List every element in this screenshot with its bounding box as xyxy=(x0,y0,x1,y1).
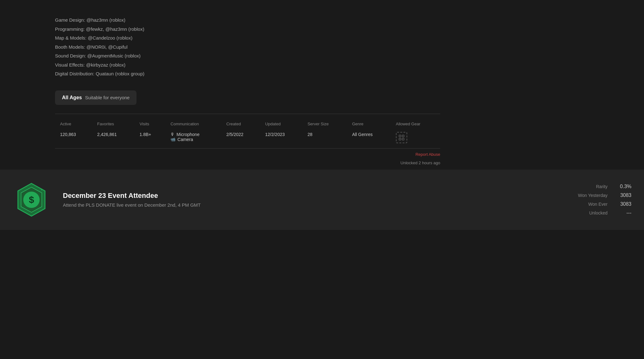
badge-stats: Rarity 0.3% Won Yesterday 3083 Won Ever … xyxy=(537,184,631,216)
header-server-size: Server Size xyxy=(303,117,347,129)
stat-row-rarity: Rarity 0.3% xyxy=(537,184,631,189)
badge-description: Attend the PLS DONATE live event on Dece… xyxy=(63,202,525,208)
header-visits: Visits xyxy=(135,117,166,129)
report-abuse-link[interactable]: Report Abuse xyxy=(415,149,440,160)
svg-rect-0 xyxy=(399,135,401,137)
svg-rect-3 xyxy=(402,138,404,140)
value-active: 120,863 xyxy=(55,129,92,148)
gear-icon-box xyxy=(396,132,407,143)
header-active: Active xyxy=(55,117,92,129)
svg-rect-2 xyxy=(399,138,401,140)
unlocked-text: Unlocked 2 hours ago xyxy=(55,158,440,167)
age-rating-description: Suitable for everyone xyxy=(85,95,130,100)
unlocked-label: Unlocked xyxy=(589,210,608,215)
value-visits: 1.8B+ xyxy=(135,129,166,148)
won-ever-label: Won Ever xyxy=(588,202,608,207)
comm-camera: 📹 Camera xyxy=(170,137,216,142)
credit-line-6: Visual Effects: @kirbyzaz (roblox) xyxy=(55,61,440,70)
stat-row-won-yesterday: Won Yesterday 3083 xyxy=(537,193,631,198)
badge-hex-icon: $ ✦ xyxy=(13,181,50,219)
stats-table: Active Favorites Visits Communication Cr… xyxy=(55,117,440,148)
won-yesterday-label: Won Yesterday xyxy=(578,193,608,198)
unlocked-value: --- xyxy=(613,210,631,216)
value-updated: 12/2/2023 xyxy=(260,129,303,148)
rarity-label: Rarity xyxy=(596,184,608,189)
header-allowed-gear: Allowed Gear xyxy=(391,117,440,129)
microphone-icon: 🎙 xyxy=(170,132,175,137)
stat-row-won-ever: Won Ever 3083 xyxy=(537,201,631,207)
header-favorites: Favorites xyxy=(92,117,135,129)
age-rating-badge: All Ages Suitable for everyone xyxy=(55,90,136,105)
credit-line-5: Sound Design: @AugmentMusic (roblox) xyxy=(55,52,440,61)
stats-top-divider xyxy=(55,114,440,114)
value-allowed-gear xyxy=(391,129,440,148)
comm-microphone: 🎙 Microphone xyxy=(170,132,216,137)
header-updated: Updated xyxy=(260,117,303,129)
value-server-size: 28 xyxy=(303,129,347,148)
credits-section: Game Design: @haz3mn (roblox) Programmin… xyxy=(55,9,440,85)
badge-title: December 23 Event Attendee xyxy=(63,192,525,200)
svg-text:✦: ✦ xyxy=(40,188,43,192)
stat-row-unlocked: Unlocked --- xyxy=(537,210,631,216)
svg-rect-1 xyxy=(402,135,404,137)
value-communication: 🎙 Microphone 📹 Camera xyxy=(165,129,221,148)
value-genre: All Genres xyxy=(347,129,391,148)
header-created: Created xyxy=(221,117,260,129)
header-genre: Genre xyxy=(347,117,391,129)
credit-line-4: Booth Models: @NOR0i, @Cupiful xyxy=(55,43,440,52)
credit-line-7: Digital Distribution: Quataun (roblox gr… xyxy=(55,69,440,79)
report-abuse-container: Report Abuse xyxy=(55,149,440,158)
credit-line-1: Game Design: @haz3mn (roblox) xyxy=(55,16,440,25)
age-rating-label: All Ages xyxy=(62,95,82,101)
credit-line-2: Programming: @fewkz, @haz3mn (roblox) xyxy=(55,25,440,34)
camera-icon: 📹 xyxy=(170,137,175,142)
svg-text:$: $ xyxy=(29,194,34,205)
value-created: 2/5/2022 xyxy=(221,129,260,148)
won-yesterday-value: 3083 xyxy=(613,193,631,198)
badge-info: December 23 Event Attendee Attend the PL… xyxy=(63,192,525,208)
achievement-section: $ ✦ December 23 Event Attendee Attend th… xyxy=(0,170,644,230)
rarity-value: 0.3% xyxy=(613,184,631,189)
value-favorites: 2,426,861 xyxy=(92,129,135,148)
won-ever-value: 3083 xyxy=(613,201,631,207)
credit-line-3: Map & Models: @Candelzoo (roblox) xyxy=(55,34,440,43)
header-communication: Communication xyxy=(165,117,221,129)
